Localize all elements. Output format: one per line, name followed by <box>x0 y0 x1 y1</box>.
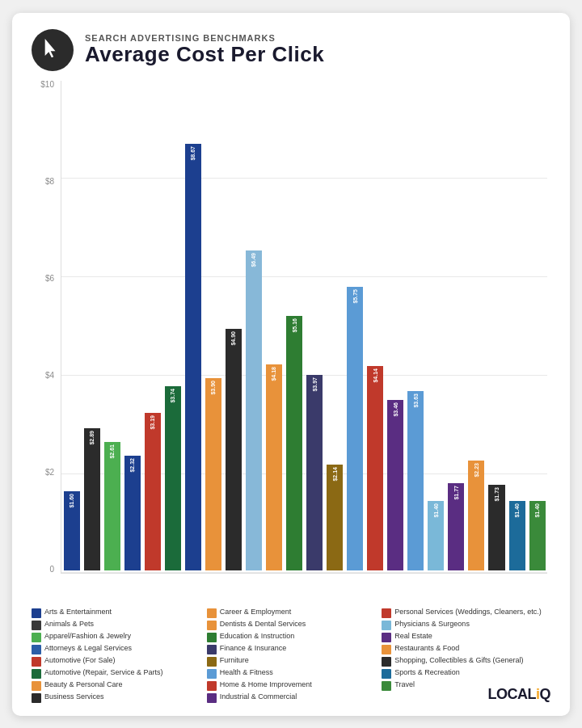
bar-value-finance: $3.97 <box>312 377 318 392</box>
bar-value-home: $4.14 <box>373 368 378 383</box>
legend-label-9: Attorneys & Legal Services <box>44 644 132 654</box>
title-block: Search Advertising Benchmarks Average Co… <box>85 33 550 66</box>
bar-value-industrial: $3.46 <box>393 402 399 417</box>
bar-furniture: $2.14 <box>327 465 343 570</box>
chart-area: $10 $8 $6 $4 $2 0 $1.60$2.89$2.61$2.32$3… <box>32 81 550 598</box>
legend-item-1: Career & Employment <box>207 608 376 618</box>
bars-area: $1.60$2.89$2.61$2.32$3.19$3.74$8.67$3.90… <box>61 81 547 574</box>
bar-group-physicians: $1.40 <box>426 81 446 573</box>
legend-item-8: Real Estate <box>382 632 550 642</box>
y-label-10: $10 <box>40 81 54 89</box>
legend-item-3: Animals & Pets <box>32 620 200 630</box>
legend-color-16 <box>207 669 217 679</box>
bar-career: $6.49 <box>246 250 262 570</box>
bar-group-business: $4.90 <box>223 81 243 573</box>
bar-apparel: $2.61 <box>104 442 120 570</box>
bar-dentists: $4.18 <box>266 364 282 570</box>
bar-value-auto-repair: $3.74 <box>170 389 175 403</box>
cursor-icon <box>32 29 74 71</box>
bar-value-health: $5.75 <box>352 289 358 304</box>
legend-label-15: Automotive (Repair, Service & Parts) <box>44 668 163 678</box>
legend-color-3 <box>32 621 41 630</box>
legend-item-18: Beauty & Personal Care <box>32 680 200 691</box>
bar-value-animals: $2.89 <box>89 431 95 445</box>
y-axis: $10 $8 $6 $4 $2 0 <box>32 81 57 574</box>
legend-label-20: Travel <box>394 680 415 690</box>
bar-auto-sale: $3.19 <box>145 413 161 570</box>
bar-value-sports: $1.40 <box>514 503 520 518</box>
legend-item-0: Arts & Entertainment <box>32 608 200 618</box>
localiq-accent: i <box>536 686 540 702</box>
bar-health: $5.75 <box>347 287 363 570</box>
legend-label-12: Automotive (For Sale) <box>44 656 116 666</box>
bar-value-furniture: $2.14 <box>332 467 338 482</box>
bar-group-beauty: $3.90 <box>203 81 223 573</box>
legend-label-4: Dentists & Dental Services <box>220 620 306 629</box>
legend-item-2: Personal Services (Weddings, Cleaners, e… <box>382 608 550 618</box>
bar-value-attorneys2: $8.67 <box>190 146 196 161</box>
legend-label-0: Arts & Entertainment <box>44 608 112 617</box>
bar-value-personal: $3.63 <box>413 393 419 408</box>
legend-label-1: Career & Employment <box>220 608 292 617</box>
bar-group-realestate: $1.77 <box>446 81 466 573</box>
legend-color-10 <box>207 645 217 654</box>
legend-label-8: Real Estate <box>394 632 432 642</box>
legend-label-2: Personal Services (Weddings, Cleaners, e… <box>394 608 541 617</box>
legend-label-6: Apparel/Fashion & Jewelry <box>44 632 131 642</box>
legend-color-0 <box>32 608 41 618</box>
legend-label-11: Restaurants & Food <box>394 644 459 654</box>
bar-group-education: $5.16 <box>285 81 305 573</box>
bar-value-arts: $1.60 <box>69 494 74 508</box>
bar-group-restaurants: $2.23 <box>466 81 487 573</box>
legend-item-17: Sports & Recreation <box>382 668 550 679</box>
legend-color-22 <box>207 693 217 703</box>
legend-item-19: Home & Home Improvement <box>207 680 376 691</box>
bar-home: $4.14 <box>367 366 383 570</box>
bar-physicians: $1.40 <box>428 501 444 570</box>
legend-label-13: Furniture <box>220 656 249 666</box>
legend-color-1 <box>207 608 217 618</box>
bar-shopping: $1.73 <box>488 485 504 570</box>
legend-item-14: Shopping, Collectibles & Gifts (General) <box>382 656 550 667</box>
legend-label-18: Beauty & Personal Care <box>44 680 123 690</box>
legend-color-4 <box>207 621 217 630</box>
bar-beauty: $3.90 <box>205 378 221 570</box>
legend-item-4: Dentists & Dental Services <box>207 620 376 630</box>
bar-value-business: $4.90 <box>230 331 236 346</box>
legend-item-15: Automotive (Repair, Service & Parts) <box>32 668 200 679</box>
legend-label-17: Sports & Recreation <box>394 668 460 678</box>
legend-color-14 <box>382 657 391 667</box>
legend-label-19: Home & Home Improvement <box>220 680 312 690</box>
bar-value-career: $6.49 <box>251 253 256 267</box>
main-card: Search Advertising Benchmarks Average Co… <box>12 13 570 716</box>
legend-item-22: Industrial & Commercial <box>207 692 376 703</box>
bar-attorneys2: $8.67 <box>185 144 201 570</box>
bar-group-arts: $1.60 <box>61 81 82 573</box>
bar-group-furniture: $2.14 <box>325 81 345 573</box>
legend-color-21 <box>32 693 41 703</box>
bar-group-travel: $1.40 <box>527 81 547 573</box>
legend: Arts & EntertainmentCareer & EmploymentP… <box>32 608 550 703</box>
bar-group-shopping: $1.73 <box>487 81 507 573</box>
bar-group-health: $5.75 <box>345 81 365 573</box>
legend-color-19 <box>207 681 217 691</box>
bar-education: $5.16 <box>286 316 302 570</box>
bar-travel: $1.40 <box>529 501 546 570</box>
legend-label-10: Finance & Insurance <box>220 644 287 654</box>
bar-animals: $2.89 <box>84 428 100 570</box>
bar-sports: $1.40 <box>509 501 525 570</box>
legend-item-12: Automotive (For Sale) <box>32 656 200 667</box>
legend-label-3: Animals & Pets <box>44 620 94 629</box>
legend-label-5: Physicians & Surgeons <box>394 620 470 629</box>
bar-group-finance: $3.97 <box>305 81 325 573</box>
legend-color-17 <box>382 669 391 679</box>
bar-value-physicians: $1.40 <box>433 503 439 518</box>
y-label-2: $2 <box>45 469 54 477</box>
bar-group-dentists: $4.18 <box>264 81 284 573</box>
localiq-logo: LOCALiQ <box>487 686 550 703</box>
bar-group-auto-sale: $3.19 <box>142 81 162 573</box>
legend-color-15 <box>32 669 41 679</box>
legend-color-20 <box>382 681 391 691</box>
bar-value-shopping: $1.73 <box>494 487 500 502</box>
y-label-0: 0 <box>49 566 54 574</box>
